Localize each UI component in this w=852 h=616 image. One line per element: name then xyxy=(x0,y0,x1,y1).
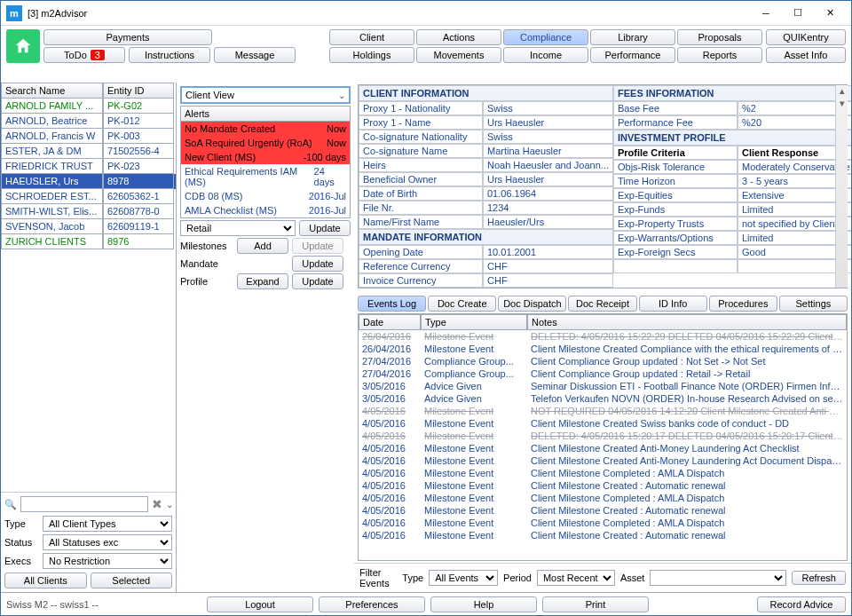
alert-row[interactable]: Ethical Requirements IAM (MS)24 days xyxy=(181,164,350,189)
client-row[interactable]: FRIEDRICK TRUSTPK-023 xyxy=(1,159,176,174)
help-button[interactable]: Help xyxy=(430,596,537,612)
subtab-id-info[interactable]: ID Info xyxy=(639,296,707,312)
refresh-button[interactable]: Refresh xyxy=(792,571,846,585)
client-row[interactable]: SVENSON, Jacob62609119-1 xyxy=(1,219,176,234)
client-row[interactable]: ESTER, JA & DM71502556-4 xyxy=(1,144,176,159)
filter-asset-select[interactable] xyxy=(650,570,786,586)
tab-proposals[interactable]: Proposals xyxy=(677,29,762,45)
alert-row[interactable]: AMLA Checklist (MS)2016-Jul xyxy=(181,203,350,217)
event-row[interactable]: 4/05/2016Milestone EventClient Milestone… xyxy=(359,479,847,492)
print-button[interactable]: Print xyxy=(542,596,649,612)
retail-select[interactable]: Retail xyxy=(180,220,296,236)
subtab-doc-create[interactable]: Doc Create xyxy=(428,296,496,312)
clear-search-icon[interactable]: ✖ xyxy=(152,497,162,511)
event-row[interactable]: 27/04/2016Compliance Group...Client Comp… xyxy=(359,355,847,367)
alerts-panel: Client View⌄ Alerts No Mandate CreatedNo… xyxy=(177,83,354,592)
logout-button[interactable]: Logout xyxy=(207,596,313,612)
client-row[interactable]: ARNOLD, Francis WPK-003 xyxy=(1,129,176,144)
col-notes[interactable]: Notes xyxy=(527,314,847,330)
tab-compliance[interactable]: Compliance xyxy=(503,29,588,45)
retail-update-button[interactable]: Update xyxy=(299,220,351,236)
maximize-button[interactable]: ☐ xyxy=(782,3,814,24)
event-row[interactable]: 26/04/2016Milestone EventDELETED: 4/05/2… xyxy=(359,330,847,343)
preferences-button[interactable]: Preferences xyxy=(319,596,425,612)
execs-select[interactable]: No Restriction xyxy=(43,553,172,569)
client-row[interactable]: ZURICH CLIENTS8976 xyxy=(1,234,176,249)
info-row: Name/First NameHaeusler/Urs xyxy=(359,215,613,229)
col-search-name[interactable]: Search Name xyxy=(1,83,103,99)
event-row[interactable]: 4/05/2016Milestone EventClient Milestone… xyxy=(359,529,847,541)
all-clients-tab[interactable]: All Clients xyxy=(4,573,87,588)
event-row[interactable]: 4/05/2016Milestone EventDELETED: 4/05/20… xyxy=(359,430,847,442)
col-date[interactable]: Date xyxy=(359,314,421,330)
col-entity-id[interactable]: Entity ID xyxy=(103,83,174,99)
tab-client[interactable]: Client xyxy=(329,29,414,45)
col-type[interactable]: Type xyxy=(421,314,527,330)
client-view-select[interactable]: Client View⌄ xyxy=(180,86,351,104)
alert-row[interactable]: No Mandate CreatedNow xyxy=(181,122,350,136)
tab-movements[interactable]: Movements xyxy=(416,47,501,63)
message-button[interactable]: Message xyxy=(214,47,296,63)
event-row[interactable]: 4/05/2016Milestone EventClient Milestone… xyxy=(359,417,847,430)
subtab-events-log[interactable]: Events Log xyxy=(358,296,426,312)
info-row: Proxy 1 - NameUrs Haeusler xyxy=(359,115,613,130)
profile-expand-button[interactable]: Expand xyxy=(237,273,288,289)
info-row: Time Horizon3 - 5 years xyxy=(613,174,851,188)
event-row[interactable]: 4/05/2016Milestone EventClient Milestone… xyxy=(359,442,847,454)
payments-button[interactable]: Payments xyxy=(43,29,212,45)
left-toolbar: Payments ToDo3 Instructions Message xyxy=(43,29,296,63)
search-icon[interactable]: 🔍 xyxy=(4,499,17,510)
quikentry-button[interactable]: QUIKentry xyxy=(766,29,846,45)
milestones-add-button[interactable]: Add xyxy=(237,238,288,254)
subtab-settings[interactable]: Settings xyxy=(779,296,848,312)
search-input[interactable] xyxy=(20,496,148,512)
selected-tab[interactable]: Selected xyxy=(91,573,173,588)
type-select[interactable]: All Client Types xyxy=(43,516,172,532)
instructions-button[interactable]: Instructions xyxy=(129,47,210,63)
event-row[interactable]: 4/05/2016Milestone EventClient Milestone… xyxy=(359,467,847,479)
event-row[interactable]: 4/05/2016Milestone EventNOT REQUIRED 04/… xyxy=(359,405,847,417)
tab-actions[interactable]: Actions xyxy=(416,29,501,45)
alert-row[interactable]: CDB 08 (MS)2016-Jul xyxy=(181,189,350,203)
client-row[interactable]: SMITH-WILST, Elis...62608778-0 xyxy=(1,204,176,219)
subtab-doc-dispatch[interactable]: Doc Dispatch xyxy=(498,296,566,312)
client-row[interactable]: SCHROEDER EST...62605362-1 xyxy=(1,189,176,204)
tab-holdings[interactable]: Holdings xyxy=(329,47,414,63)
tab-performance[interactable]: Performance xyxy=(590,47,675,63)
tab-income[interactable]: Income xyxy=(503,47,588,63)
client-row[interactable]: ARNOLD, BeatricePK-012 xyxy=(1,114,176,129)
client-row[interactable]: ARNOLD FAMILY ...PK-G02 xyxy=(1,99,176,114)
client-row[interactable]: HAEUSLER, Urs8978 xyxy=(1,174,176,189)
event-row[interactable]: 4/05/2016Milestone EventClient Milestone… xyxy=(359,454,847,467)
info-row: Co-signature NameMartina Haeusler xyxy=(359,144,613,158)
tab-library[interactable]: Library xyxy=(590,29,675,45)
event-row[interactable]: 3/05/2016Advice GivenTelefon Verkaufen N… xyxy=(359,392,847,405)
filter-type-select[interactable]: All Events xyxy=(429,570,498,586)
subtab-doc-receipt[interactable]: Doc Receipt xyxy=(568,296,636,312)
event-row[interactable]: 4/05/2016Milestone EventClient Milestone… xyxy=(359,517,847,529)
alert-row[interactable]: SoA Required Urgently (RoA)Now xyxy=(181,136,350,150)
alert-row[interactable]: New Client (MS)-100 days xyxy=(181,150,350,164)
profile-update-button[interactable]: Update xyxy=(292,273,343,289)
event-row[interactable]: 4/05/2016Milestone EventClient Milestone… xyxy=(359,492,847,504)
event-row[interactable]: 26/04/2016Milestone EventClient Mileston… xyxy=(359,343,847,355)
status-select[interactable]: All Statuses exc xyxy=(43,534,172,550)
record-advice-button[interactable]: Record Advice xyxy=(757,596,846,612)
minimize-button[interactable]: ─ xyxy=(750,3,782,24)
tab-reports[interactable]: Reports xyxy=(677,47,762,63)
chevron-down-icon[interactable]: ⌄ xyxy=(166,500,173,509)
close-button[interactable]: ✕ xyxy=(814,3,846,24)
mandate-update-button[interactable]: Update xyxy=(292,256,343,272)
events-list[interactable]: 26/04/2016Milestone EventDELETED: 4/05/2… xyxy=(359,330,847,560)
event-row[interactable]: 4/05/2016Milestone EventClient Milestone… xyxy=(359,504,847,517)
filter-period-select[interactable]: Most Recent xyxy=(537,570,615,586)
right-toolbar: QUIKentry Asset Info xyxy=(766,29,846,63)
todo-button[interactable]: ToDo3 xyxy=(43,47,125,63)
info-scrollbar[interactable]: ▴▾ xyxy=(835,85,848,288)
event-row[interactable]: 3/05/2016Advice GivenSeminar Diskussion … xyxy=(359,380,847,392)
home-icon[interactable] xyxy=(6,29,40,63)
subtab-procedures[interactable]: Procedures xyxy=(709,296,777,312)
info-row: Exp-Property Trustsnot specified by Clie… xyxy=(613,217,851,231)
asset-info-button[interactable]: Asset Info xyxy=(766,47,846,63)
event-row[interactable]: 27/04/2016Compliance Group...Client Comp… xyxy=(359,367,847,380)
